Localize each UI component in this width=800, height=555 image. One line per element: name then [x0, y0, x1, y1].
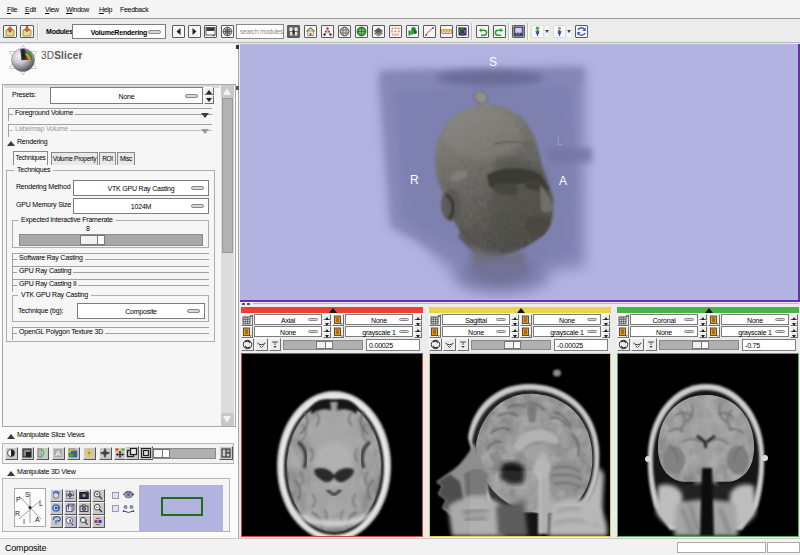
svg-text:L: L — [557, 136, 563, 147]
svg-text:A: A — [559, 174, 567, 188]
svg-text:R: R — [410, 173, 419, 187]
svg-text:A: A — [55, 449, 61, 458]
svg-text:I: I — [23, 518, 25, 525]
svg-text:R: R — [15, 510, 20, 517]
svg-text:L: L — [39, 500, 43, 507]
svg-text:3DSlicer: 3DSlicer — [41, 50, 83, 61]
svg-text:A: A — [35, 516, 40, 523]
svg-text:P: P — [16, 496, 21, 503]
svg-text:S: S — [25, 491, 30, 498]
svg-text:S: S — [489, 55, 497, 69]
